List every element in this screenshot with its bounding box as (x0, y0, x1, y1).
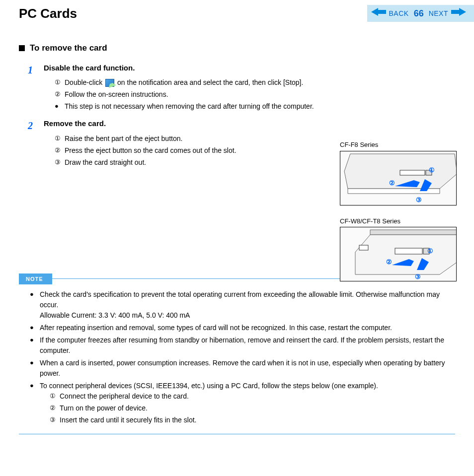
arrow-icon (417, 258, 429, 270)
bullet-icon: ● (30, 323, 40, 333)
circled-number-icon: ③ (55, 157, 65, 167)
nested-text: Connect the peripheral device to the car… (60, 391, 189, 402)
callout-2: ② (389, 178, 395, 188)
note-text: When a card is inserted, power consumpti… (40, 358, 455, 379)
nested-step: ① Connect the peripheral device to the c… (50, 391, 455, 402)
bullet-icon: ● (55, 101, 65, 111)
substep-text: This step is not necessary when removing… (65, 101, 314, 112)
bullet-icon: ● (30, 381, 40, 427)
back-link[interactable]: BACK (389, 8, 409, 19)
callout-1: ① (429, 165, 435, 175)
figure-label: CF-F8 Series (340, 140, 464, 150)
square-bullet-icon (19, 45, 25, 51)
substep-text: Press the eject button so the card comes… (65, 145, 237, 156)
callout-3: ③ (415, 272, 421, 281)
svg-marker-4 (395, 180, 420, 187)
note-text: Allowable Current: 3.3 V: 400 mA, 5.0 V:… (40, 311, 190, 319)
svg-rect-7 (395, 248, 422, 254)
substep-text: on the notification area and select the … (115, 78, 303, 86)
step-1: 1 Disable the card function. ① Double-cl… (19, 63, 455, 114)
svg-rect-6 (359, 245, 368, 250)
note-text: To connect peripheral devices (SCSI, IEE… (40, 382, 378, 390)
step-title: Disable the card function. (44, 63, 455, 74)
content-area: To remove the card 1 Disable the card fu… (0, 27, 474, 434)
figure-cf-f8: ① ② ③ (340, 151, 457, 205)
circled-number-icon: ② (50, 403, 60, 413)
note-item: ● If the computer freezes after resuming… (30, 335, 455, 356)
circled-number-icon: ① (55, 77, 65, 87)
substep: ● This step is not necessary when removi… (55, 101, 455, 112)
note-item: ● When a card is inserted, power consump… (30, 358, 455, 379)
back-arrow-icon[interactable] (371, 8, 386, 19)
svg-marker-0 (371, 8, 386, 16)
substep-text: Follow the on-screen instructions. (65, 89, 168, 100)
step-title: Remove the card. (44, 118, 455, 130)
circled-number-icon: ① (55, 134, 65, 143)
callout-2: ② (386, 257, 392, 267)
bullet-icon: ● (30, 289, 40, 321)
note-item: ● After repeating insertion and removal,… (30, 323, 455, 333)
callout-1: ① (427, 246, 433, 256)
illustration-panel: CF-F8 Series ① ② ③ CF-W8/CF-T8 Series (340, 140, 464, 292)
note-body: ● Check the card's specification to prev… (19, 284, 455, 434)
page-title: PC Cards (19, 4, 77, 23)
figure-label: CF-W8/CF-T8 Series (340, 216, 464, 226)
note-label: NOTE (19, 273, 52, 285)
substep-text: Raise the bent part of the eject button. (65, 134, 182, 144)
callout-3: ③ (416, 195, 422, 205)
circled-number-icon: ③ (50, 415, 60, 425)
next-arrow-icon[interactable] (451, 8, 466, 19)
circled-number-icon: ② (55, 89, 65, 99)
nested-step: ② Turn on the power of device. (50, 403, 455, 413)
note-text: Check the card's specification to preven… (40, 290, 440, 309)
circled-number-icon: ① (50, 391, 60, 401)
svg-marker-5 (420, 179, 432, 191)
svg-marker-10 (417, 258, 429, 270)
circled-number-icon: ② (55, 145, 65, 155)
substep-text: Double-click (65, 78, 104, 86)
nav-bar: BACK 66 NEXT (367, 5, 474, 22)
nested-text: Turn on the power of device. (60, 403, 148, 413)
safely-remove-hardware-icon (105, 79, 114, 87)
arrow-icon (392, 259, 414, 267)
bullet-icon: ● (30, 335, 40, 356)
substep: ② Follow the on-screen instructions. (55, 89, 455, 100)
svg-marker-1 (451, 8, 466, 16)
note-item: ● Check the card's specification to prev… (30, 289, 455, 321)
bullet-icon: ● (30, 358, 40, 379)
nested-step: ③ Insert the card until it securely fits… (50, 415, 455, 425)
substep: ① Double-click on the notification area … (55, 77, 455, 88)
nested-text: Insert the card until it securely fits i… (60, 415, 196, 425)
section-heading-text: To remove the card (30, 42, 107, 55)
note-text: After repeating insertion and removal, s… (40, 323, 392, 333)
next-link[interactable]: NEXT (429, 8, 448, 19)
section-heading: To remove the card (19, 42, 455, 55)
note-item: ● To connect peripheral devices (SCSI, I… (30, 381, 455, 427)
step-number: 1 (19, 63, 44, 114)
page-header: PC Cards BACK 66 NEXT (0, 0, 474, 27)
svg-marker-9 (392, 259, 414, 266)
svg-rect-2 (400, 170, 425, 175)
page-number: 66 (414, 7, 424, 20)
figure-cf-w8-t8: ① ② ③ (340, 227, 457, 281)
substep-text: Draw the card straight out. (65, 157, 146, 168)
arrow-icon (395, 180, 420, 188)
step-number: 2 (19, 118, 44, 169)
note-text: If the computer freezes after resuming f… (40, 335, 455, 356)
arrow-icon (420, 179, 432, 191)
